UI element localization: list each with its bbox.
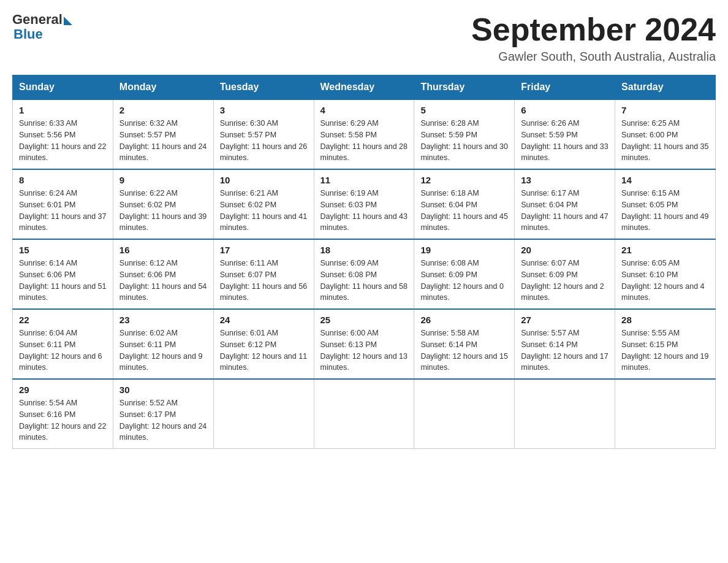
day-info: Sunrise: 6:32 AMSunset: 5:57 PMDaylight:… — [119, 118, 207, 164]
weekday-header-monday: Monday — [113, 75, 213, 100]
day-info: Sunrise: 5:54 AMSunset: 6:16 PMDaylight:… — [19, 397, 107, 443]
day-number: 27 — [521, 315, 609, 325]
weekday-header-tuesday: Tuesday — [213, 75, 314, 100]
day-number: 8 — [19, 175, 107, 185]
month-title: September 2024 — [471, 12, 716, 47]
calendar-cell: 23Sunrise: 6:02 AMSunset: 6:11 PMDayligh… — [113, 309, 213, 379]
day-info: Sunrise: 6:14 AMSunset: 6:06 PMDaylight:… — [19, 258, 107, 304]
day-number: 2 — [119, 105, 207, 115]
calendar-cell: 19Sunrise: 6:08 AMSunset: 6:09 PMDayligh… — [414, 239, 515, 309]
calendar-cell: 5Sunrise: 6:28 AMSunset: 5:59 PMDaylight… — [414, 99, 515, 169]
day-info: Sunrise: 5:52 AMSunset: 6:17 PMDaylight:… — [119, 397, 207, 443]
calendar-cell — [314, 379, 414, 449]
calendar-week-row: 1Sunrise: 6:33 AMSunset: 5:56 PMDaylight… — [13, 99, 716, 169]
weekday-header-sunday: Sunday — [13, 75, 113, 100]
day-info: Sunrise: 5:55 AMSunset: 6:15 PMDaylight:… — [621, 327, 709, 373]
day-number: 19 — [420, 245, 508, 255]
day-info: Sunrise: 6:18 AMSunset: 6:04 PMDaylight:… — [420, 188, 508, 234]
day-number: 6 — [521, 105, 609, 115]
day-number: 5 — [420, 105, 508, 115]
day-info: Sunrise: 6:15 AMSunset: 6:05 PMDaylight:… — [621, 188, 709, 234]
day-info: Sunrise: 6:04 AMSunset: 6:11 PMDaylight:… — [19, 327, 107, 373]
calendar-cell — [414, 379, 515, 449]
day-number: 9 — [119, 175, 207, 185]
calendar-cell: 14Sunrise: 6:15 AMSunset: 6:05 PMDayligh… — [615, 169, 716, 239]
day-number: 23 — [119, 315, 207, 325]
calendar-cell: 9Sunrise: 6:22 AMSunset: 6:02 PMDaylight… — [113, 169, 213, 239]
day-number: 15 — [19, 245, 107, 255]
calendar-week-row: 15Sunrise: 6:14 AMSunset: 6:06 PMDayligh… — [13, 239, 716, 309]
day-info: Sunrise: 6:09 AMSunset: 6:08 PMDaylight:… — [320, 258, 408, 304]
day-info: Sunrise: 6:11 AMSunset: 6:07 PMDaylight:… — [220, 258, 308, 304]
calendar-cell: 17Sunrise: 6:11 AMSunset: 6:07 PMDayligh… — [213, 239, 314, 309]
day-number: 4 — [320, 105, 408, 115]
day-info: Sunrise: 6:05 AMSunset: 6:10 PMDaylight:… — [621, 258, 709, 304]
page-header: General Blue September 2024 Gawler South… — [12, 12, 716, 64]
day-info: Sunrise: 6:33 AMSunset: 5:56 PMDaylight:… — [19, 118, 107, 164]
day-info: Sunrise: 6:26 AMSunset: 5:59 PMDaylight:… — [521, 118, 609, 164]
logo-blue-text: Blue — [13, 27, 43, 42]
day-number: 3 — [220, 105, 308, 115]
day-number: 16 — [119, 245, 207, 255]
day-info: Sunrise: 6:00 AMSunset: 6:13 PMDaylight:… — [320, 327, 408, 373]
day-number: 20 — [521, 245, 609, 255]
calendar-cell — [615, 379, 716, 449]
calendar-cell: 13Sunrise: 6:17 AMSunset: 6:04 PMDayligh… — [515, 169, 615, 239]
day-info: Sunrise: 6:12 AMSunset: 6:06 PMDaylight:… — [119, 258, 207, 304]
day-number: 21 — [621, 245, 709, 255]
calendar-cell: 30Sunrise: 5:52 AMSunset: 6:17 PMDayligh… — [113, 379, 213, 449]
calendar-cell: 26Sunrise: 5:58 AMSunset: 6:14 PMDayligh… — [414, 309, 515, 379]
calendar-cell: 2Sunrise: 6:32 AMSunset: 5:57 PMDaylight… — [113, 99, 213, 169]
day-number: 12 — [420, 175, 508, 185]
calendar-week-row: 8Sunrise: 6:24 AMSunset: 6:01 PMDaylight… — [13, 169, 716, 239]
day-number: 1 — [19, 105, 107, 115]
day-info: Sunrise: 6:22 AMSunset: 6:02 PMDaylight:… — [119, 188, 207, 234]
calendar-cell: 29Sunrise: 5:54 AMSunset: 6:16 PMDayligh… — [13, 379, 113, 449]
day-info: Sunrise: 5:57 AMSunset: 6:14 PMDaylight:… — [521, 327, 609, 373]
day-info: Sunrise: 6:25 AMSunset: 6:00 PMDaylight:… — [621, 118, 709, 164]
logo: General Blue — [12, 12, 72, 42]
calendar-cell: 12Sunrise: 6:18 AMSunset: 6:04 PMDayligh… — [414, 169, 515, 239]
logo-general-text: General — [12, 12, 63, 27]
calendar-cell: 18Sunrise: 6:09 AMSunset: 6:08 PMDayligh… — [314, 239, 414, 309]
weekday-header-wednesday: Wednesday — [314, 75, 414, 100]
location-title: Gawler South, South Australia, Australia — [471, 50, 716, 64]
day-number: 22 — [19, 315, 107, 325]
day-number: 29 — [19, 385, 107, 395]
calendar-cell — [213, 379, 314, 449]
calendar-week-row: 29Sunrise: 5:54 AMSunset: 6:16 PMDayligh… — [13, 379, 716, 449]
day-info: Sunrise: 6:02 AMSunset: 6:11 PMDaylight:… — [119, 327, 207, 373]
day-number: 25 — [320, 315, 408, 325]
day-number: 10 — [220, 175, 308, 185]
day-number: 24 — [220, 315, 308, 325]
weekday-header-row: SundayMondayTuesdayWednesdayThursdayFrid… — [13, 75, 716, 100]
day-info: Sunrise: 6:29 AMSunset: 5:58 PMDaylight:… — [320, 118, 408, 164]
calendar-cell: 28Sunrise: 5:55 AMSunset: 6:15 PMDayligh… — [615, 309, 716, 379]
day-info: Sunrise: 6:01 AMSunset: 6:12 PMDaylight:… — [220, 327, 308, 373]
calendar-cell: 6Sunrise: 6:26 AMSunset: 5:59 PMDaylight… — [515, 99, 615, 169]
day-number: 26 — [420, 315, 508, 325]
day-number: 13 — [521, 175, 609, 185]
day-number: 7 — [621, 105, 709, 115]
calendar-cell — [515, 379, 615, 449]
calendar-cell: 3Sunrise: 6:30 AMSunset: 5:57 PMDaylight… — [213, 99, 314, 169]
calendar-cell: 15Sunrise: 6:14 AMSunset: 6:06 PMDayligh… — [13, 239, 113, 309]
calendar-cell: 21Sunrise: 6:05 AMSunset: 6:10 PMDayligh… — [615, 239, 716, 309]
calendar-cell: 24Sunrise: 6:01 AMSunset: 6:12 PMDayligh… — [213, 309, 314, 379]
day-info: Sunrise: 6:21 AMSunset: 6:02 PMDaylight:… — [220, 188, 308, 234]
calendar-cell: 11Sunrise: 6:19 AMSunset: 6:03 PMDayligh… — [314, 169, 414, 239]
logo-arrow-icon — [64, 17, 72, 25]
day-number: 11 — [320, 175, 408, 185]
weekday-header-friday: Friday — [515, 75, 615, 100]
calendar-week-row: 22Sunrise: 6:04 AMSunset: 6:11 PMDayligh… — [13, 309, 716, 379]
title-block: September 2024 Gawler South, South Austr… — [471, 12, 716, 64]
day-number: 28 — [621, 315, 709, 325]
day-info: Sunrise: 6:28 AMSunset: 5:59 PMDaylight:… — [420, 118, 508, 164]
calendar-cell: 16Sunrise: 6:12 AMSunset: 6:06 PMDayligh… — [113, 239, 213, 309]
calendar-cell: 10Sunrise: 6:21 AMSunset: 6:02 PMDayligh… — [213, 169, 314, 239]
day-number: 18 — [320, 245, 408, 255]
day-info: Sunrise: 6:07 AMSunset: 6:09 PMDaylight:… — [521, 258, 609, 304]
calendar-cell: 27Sunrise: 5:57 AMSunset: 6:14 PMDayligh… — [515, 309, 615, 379]
calendar-cell: 25Sunrise: 6:00 AMSunset: 6:13 PMDayligh… — [314, 309, 414, 379]
calendar-cell: 4Sunrise: 6:29 AMSunset: 5:58 PMDaylight… — [314, 99, 414, 169]
